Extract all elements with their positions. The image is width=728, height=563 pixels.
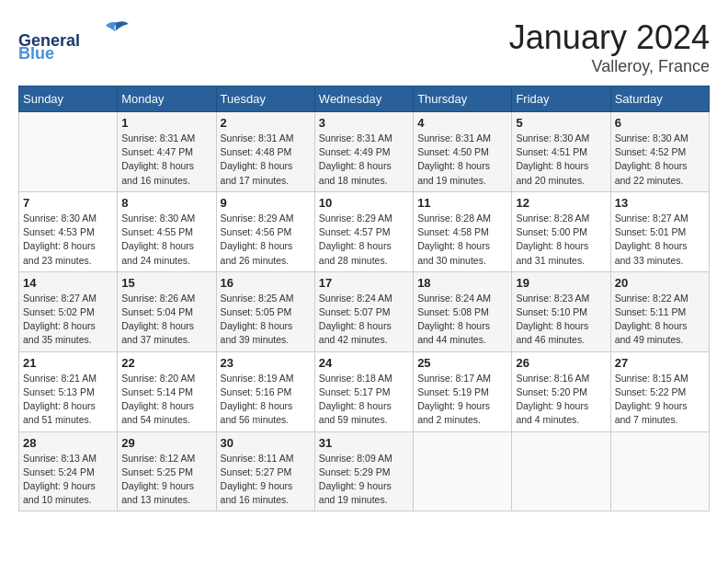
header-tuesday: Tuesday	[216, 86, 314, 112]
day-info: Sunrise: 8:24 AM Sunset: 5:08 PM Dayligh…	[417, 292, 507, 348]
day-info: Sunrise: 8:30 AM Sunset: 4:52 PM Dayligh…	[615, 132, 705, 188]
calendar-title: January 2024	[509, 18, 710, 57]
header-wednesday: Wednesday	[314, 86, 413, 112]
day-number: 10	[319, 196, 409, 210]
day-number: 1	[121, 116, 211, 130]
title-block: January 2024 Valleroy, France	[509, 18, 710, 76]
day-info: Sunrise: 8:21 AM Sunset: 5:13 PM Dayligh…	[23, 372, 113, 428]
day-info: Sunrise: 8:29 AM Sunset: 4:57 PM Dayligh…	[319, 212, 409, 268]
day-info: Sunrise: 8:27 AM Sunset: 5:02 PM Dayligh…	[23, 292, 113, 348]
table-row: 25Sunrise: 8:17 AM Sunset: 5:19 PM Dayli…	[414, 351, 512, 431]
day-info: Sunrise: 8:28 AM Sunset: 4:58 PM Dayligh…	[417, 212, 507, 268]
table-row: 4Sunrise: 8:31 AM Sunset: 4:50 PM Daylig…	[414, 112, 512, 192]
table-row: 10Sunrise: 8:29 AM Sunset: 4:57 PM Dayli…	[314, 191, 413, 271]
table-row: 1Sunrise: 8:31 AM Sunset: 4:47 PM Daylig…	[118, 112, 216, 192]
day-number: 29	[121, 436, 211, 450]
day-info: Sunrise: 8:31 AM Sunset: 4:48 PM Dayligh…	[221, 132, 311, 188]
day-number: 6	[615, 116, 705, 130]
day-number: 12	[516, 196, 606, 210]
day-number: 18	[417, 276, 507, 290]
day-info: Sunrise: 8:25 AM Sunset: 5:05 PM Dayligh…	[221, 292, 311, 348]
day-info: Sunrise: 8:31 AM Sunset: 4:50 PM Dayligh…	[417, 132, 507, 188]
day-info: Sunrise: 8:11 AM Sunset: 5:27 PM Dayligh…	[221, 452, 311, 508]
calendar-week-row: 1Sunrise: 8:31 AM Sunset: 4:47 PM Daylig…	[19, 112, 710, 192]
table-row: 19Sunrise: 8:23 AM Sunset: 5:10 PM Dayli…	[512, 271, 610, 351]
header-monday: Monday	[118, 86, 216, 112]
day-info: Sunrise: 8:30 AM Sunset: 4:53 PM Dayligh…	[23, 212, 113, 268]
table-row: 15Sunrise: 8:26 AM Sunset: 5:04 PM Dayli…	[118, 271, 216, 351]
day-number: 13	[615, 196, 705, 210]
day-info: Sunrise: 8:31 AM Sunset: 4:49 PM Dayligh…	[319, 132, 409, 188]
header-saturday: Saturday	[610, 86, 709, 112]
day-number: 26	[516, 356, 606, 370]
day-number: 5	[516, 116, 606, 130]
day-number: 11	[417, 196, 507, 210]
table-row	[19, 112, 118, 192]
day-number: 2	[221, 116, 311, 130]
calendar-week-row: 14Sunrise: 8:27 AM Sunset: 5:02 PM Dayli…	[19, 271, 710, 351]
day-info: Sunrise: 8:24 AM Sunset: 5:07 PM Dayligh…	[319, 292, 409, 348]
table-row: 24Sunrise: 8:18 AM Sunset: 5:17 PM Dayli…	[314, 351, 413, 431]
day-info: Sunrise: 8:20 AM Sunset: 5:14 PM Dayligh…	[121, 372, 211, 428]
day-info: Sunrise: 8:27 AM Sunset: 5:01 PM Dayligh…	[615, 212, 705, 268]
table-row: 18Sunrise: 8:24 AM Sunset: 5:08 PM Dayli…	[414, 271, 512, 351]
table-row: 14Sunrise: 8:27 AM Sunset: 5:02 PM Dayli…	[19, 271, 118, 351]
day-number: 3	[319, 116, 409, 130]
calendar-table: Sunday Monday Tuesday Wednesday Thursday…	[18, 86, 710, 511]
logo: General Blue	[18, 18, 138, 63]
calendar-header-row: Sunday Monday Tuesday Wednesday Thursday…	[19, 86, 710, 112]
table-row: 2Sunrise: 8:31 AM Sunset: 4:48 PM Daylig…	[216, 112, 314, 192]
day-number: 4	[417, 116, 507, 130]
day-info: Sunrise: 8:23 AM Sunset: 5:10 PM Dayligh…	[516, 292, 606, 348]
day-number: 21	[23, 356, 113, 370]
day-number: 16	[221, 276, 311, 290]
day-info: Sunrise: 8:28 AM Sunset: 5:00 PM Dayligh…	[516, 212, 606, 268]
header-sunday: Sunday	[19, 86, 118, 112]
table-row: 29Sunrise: 8:12 AM Sunset: 5:25 PM Dayli…	[118, 431, 216, 511]
day-number: 30	[221, 436, 311, 450]
table-row	[414, 431, 512, 511]
calendar-week-row: 21Sunrise: 8:21 AM Sunset: 5:13 PM Dayli…	[19, 351, 710, 431]
day-number: 15	[121, 276, 211, 290]
svg-text:Blue: Blue	[18, 44, 54, 60]
table-row: 28Sunrise: 8:13 AM Sunset: 5:24 PM Dayli…	[19, 431, 118, 511]
day-info: Sunrise: 8:18 AM Sunset: 5:17 PM Dayligh…	[319, 372, 409, 428]
table-row: 12Sunrise: 8:28 AM Sunset: 5:00 PM Dayli…	[512, 191, 610, 271]
logo-text: General Blue	[18, 18, 138, 63]
day-info: Sunrise: 8:09 AM Sunset: 5:29 PM Dayligh…	[319, 452, 409, 508]
day-number: 27	[615, 356, 705, 370]
table-row: 27Sunrise: 8:15 AM Sunset: 5:22 PM Dayli…	[610, 351, 709, 431]
table-row	[610, 431, 709, 511]
day-number: 25	[417, 356, 507, 370]
table-row: 31Sunrise: 8:09 AM Sunset: 5:29 PM Dayli…	[314, 431, 413, 511]
table-row: 22Sunrise: 8:20 AM Sunset: 5:14 PM Dayli…	[118, 351, 216, 431]
day-number: 14	[23, 276, 113, 290]
day-number: 23	[221, 356, 311, 370]
table-row: 30Sunrise: 8:11 AM Sunset: 5:27 PM Dayli…	[216, 431, 314, 511]
day-info: Sunrise: 8:16 AM Sunset: 5:20 PM Dayligh…	[516, 372, 606, 428]
table-row	[512, 431, 610, 511]
page-header: General Blue January 2024 Valleroy, Fran…	[18, 18, 710, 76]
calendar-week-row: 28Sunrise: 8:13 AM Sunset: 5:24 PM Dayli…	[19, 431, 710, 511]
table-row: 23Sunrise: 8:19 AM Sunset: 5:16 PM Dayli…	[216, 351, 314, 431]
day-info: Sunrise: 8:26 AM Sunset: 5:04 PM Dayligh…	[121, 292, 211, 348]
table-row: 7Sunrise: 8:30 AM Sunset: 4:53 PM Daylig…	[19, 191, 118, 271]
table-row: 26Sunrise: 8:16 AM Sunset: 5:20 PM Dayli…	[512, 351, 610, 431]
day-info: Sunrise: 8:29 AM Sunset: 4:56 PM Dayligh…	[221, 212, 311, 268]
day-number: 24	[319, 356, 409, 370]
day-number: 31	[319, 436, 409, 450]
day-number: 22	[121, 356, 211, 370]
day-info: Sunrise: 8:15 AM Sunset: 5:22 PM Dayligh…	[615, 372, 705, 428]
table-row: 11Sunrise: 8:28 AM Sunset: 4:58 PM Dayli…	[414, 191, 512, 271]
table-row: 16Sunrise: 8:25 AM Sunset: 5:05 PM Dayli…	[216, 271, 314, 351]
day-number: 17	[319, 276, 409, 290]
table-row: 6Sunrise: 8:30 AM Sunset: 4:52 PM Daylig…	[610, 112, 709, 192]
day-info: Sunrise: 8:31 AM Sunset: 4:47 PM Dayligh…	[121, 132, 211, 188]
day-number: 8	[121, 196, 211, 210]
day-info: Sunrise: 8:13 AM Sunset: 5:24 PM Dayligh…	[23, 452, 113, 508]
day-number: 7	[23, 196, 113, 210]
day-info: Sunrise: 8:12 AM Sunset: 5:25 PM Dayligh…	[121, 452, 211, 508]
table-row: 3Sunrise: 8:31 AM Sunset: 4:49 PM Daylig…	[314, 112, 413, 192]
day-info: Sunrise: 8:30 AM Sunset: 4:51 PM Dayligh…	[516, 132, 606, 188]
calendar-subtitle: Valleroy, France	[509, 57, 710, 76]
